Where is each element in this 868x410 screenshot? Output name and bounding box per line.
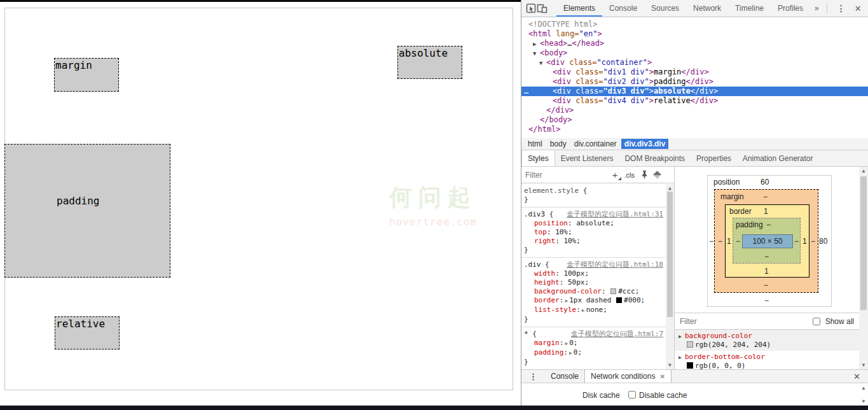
drawer-tab-network-conditions[interactable]: Network conditions✕ <box>584 370 672 383</box>
sidebar-tab-animation-generator[interactable]: Animation Generator <box>737 150 819 166</box>
metric-border-right[interactable]: 1 <box>803 237 807 246</box>
stylesheet-link[interactable]: 盒子模型的定位问题.html:7 <box>571 330 663 339</box>
disclosure-collapsed-icon[interactable]: ▶ <box>679 332 685 341</box>
tab-timeline[interactable]: Timeline <box>728 0 771 17</box>
element-state-icon[interactable] <box>653 171 661 179</box>
styles-filter-input[interactable] <box>525 171 612 180</box>
style-property[interactable]: border:▶1px dashed #000; <box>524 296 665 306</box>
metric-margin-top[interactable]: − <box>763 193 768 201</box>
stylesheet-link[interactable]: 盒子模型的定位问题.html:18 <box>567 260 663 269</box>
style-property[interactable]: right: 10%; <box>524 237 665 246</box>
pin-icon[interactable] <box>641 170 648 180</box>
box-model-content-box[interactable]: 100 × 50 <box>742 234 793 248</box>
style-property[interactable]: margin:▶0; <box>524 339 665 348</box>
style-property[interactable]: list-style:▶none; <box>524 306 665 315</box>
tab-profiles[interactable]: Profiles <box>771 0 810 17</box>
scroll-down-icon[interactable]: ▼ <box>859 361 868 369</box>
drawer-tab-console[interactable]: Console <box>545 370 584 383</box>
breadcrumb-item-html[interactable]: html <box>525 139 546 149</box>
styles-scrollbar[interactable]: ▲ ▼ <box>666 184 674 369</box>
show-all-checkbox[interactable] <box>810 318 823 325</box>
scroll-down-icon[interactable]: ▼ <box>666 361 674 369</box>
new-style-rule-icon[interactable]: + <box>612 171 618 179</box>
device-toolbar-icon[interactable] <box>537 1 548 15</box>
metric-padding-bottom[interactable]: − <box>764 253 769 261</box>
dom-tree-node[interactable]: …<div class="div3 div">absolute</div> <box>521 87 868 96</box>
expand-value-icon[interactable]: ▶ <box>581 308 586 313</box>
tab-network[interactable]: Network <box>686 0 728 17</box>
disclosure-collapsed-icon[interactable]: ▶ <box>679 353 685 362</box>
disclosure-expanded-icon[interactable]: ▼ <box>533 49 540 59</box>
scrollbar-thumb[interactable] <box>667 192 673 317</box>
scroll-up-icon[interactable]: ▲ <box>859 167 868 175</box>
sidebar-tab-properties[interactable]: Properties <box>691 150 737 166</box>
dom-tree-node[interactable]: <!DOCTYPE html> <box>521 20 868 29</box>
element-classes-icon[interactable]: .cls <box>624 171 635 179</box>
metric-margin-right[interactable]: − <box>811 237 815 246</box>
breadcrumb-item-div-container[interactable]: div.container <box>571 139 620 149</box>
expand-value-icon[interactable]: ▶ <box>563 341 569 346</box>
inspect-element-icon[interactable] <box>526 1 537 15</box>
disclosure-collapsed-icon[interactable]: ▶ <box>533 39 540 49</box>
tab-elements[interactable]: Elements <box>556 0 602 17</box>
stylesheet-link[interactable]: 盒子模型的定位问题.html:31 <box>567 210 663 219</box>
disable-cache-checkbox[interactable] <box>628 391 636 399</box>
expand-value-icon[interactable]: ▶ <box>563 298 569 304</box>
expand-value-icon[interactable]: ▶ <box>568 350 574 356</box>
dom-tree-node[interactable]: <div class="div2 div">padding</div> <box>521 77 868 87</box>
metric-padding-top[interactable]: − <box>766 221 771 229</box>
metric-position-right[interactable]: 80 <box>819 237 827 246</box>
scrollbar-thumb[interactable] <box>860 176 867 310</box>
more-panels-icon[interactable]: » <box>810 0 823 17</box>
metric-padding-left[interactable]: − <box>736 237 740 246</box>
metric-border-bottom[interactable]: 1 <box>764 267 769 276</box>
metric-position-bottom[interactable]: − <box>764 297 769 305</box>
dom-tree-node[interactable]: <div class="div1 div">margin</div> <box>521 67 868 77</box>
rule-selector[interactable]: element.style <box>524 187 579 195</box>
rule-selector[interactable]: .div3 <box>524 210 545 218</box>
devtools-menu-icon[interactable]: ⋮ <box>830 3 852 13</box>
metric-padding-right[interactable]: − <box>794 237 799 246</box>
style-property[interactable]: top: 10%; <box>524 228 665 237</box>
drawer-scrollbar[interactable]: ▲ ▼ <box>859 384 868 405</box>
sidebar-tab-event-listeners[interactable]: Event Listeners <box>555 150 619 166</box>
computed-property[interactable]: ▶border-bottom-colorrgb(0, 0, 0) <box>675 351 859 369</box>
style-property[interactable]: position: absolute; <box>524 219 665 228</box>
metric-border-left[interactable]: 1 <box>727 237 731 246</box>
drawer-menu-icon[interactable]: ⋮ <box>521 370 545 383</box>
color-swatch[interactable] <box>610 288 616 294</box>
sidebar-tab-styles[interactable]: Styles <box>521 150 555 166</box>
sidebar-scrollbar[interactable]: ▲ ▼ <box>859 167 868 369</box>
scroll-up-icon[interactable]: ▲ <box>859 384 868 392</box>
computed-filter-input[interactable] <box>680 317 810 326</box>
tab-sources[interactable]: Sources <box>644 0 686 17</box>
disclosure-expanded-icon[interactable]: ▼ <box>539 59 546 68</box>
style-property[interactable]: padding:▶0; <box>524 348 665 358</box>
close-tab-icon[interactable]: ✕ <box>659 373 665 380</box>
computed-property[interactable]: ▶background-colorrgb(204, 204, 204) <box>675 330 859 351</box>
style-property[interactable]: background-color: #ccc; <box>524 287 665 296</box>
dom-tree-node[interactable]: ▶<head>…</head> <box>521 39 868 48</box>
metric-position-top[interactable]: 60 <box>761 178 769 187</box>
style-property[interactable]: width: 100px; <box>524 269 665 278</box>
color-swatch[interactable] <box>616 297 622 303</box>
tab-console[interactable]: Console <box>602 0 644 17</box>
dom-tree-node[interactable]: </div> <box>521 106 868 115</box>
rule-selector[interactable]: * <box>524 330 528 338</box>
metric-position-left[interactable]: − <box>709 237 713 246</box>
dom-tree-node[interactable]: ▼<body> <box>521 48 868 58</box>
drawer-close-icon[interactable]: ✕ <box>846 370 868 383</box>
style-property[interactable]: height: 50px; <box>524 278 665 287</box>
sidebar-tab-dom-breakpoints[interactable]: DOM Breakpoints <box>619 150 691 166</box>
dom-tree-node[interactable]: </html> <box>521 125 868 134</box>
breadcrumb-item-div-div3-div[interactable]: div.div3.div <box>621 139 668 149</box>
dom-tree-node[interactable]: <html lang="en"> <box>521 29 868 39</box>
metric-margin-bottom[interactable]: − <box>764 281 768 290</box>
metric-margin-left[interactable]: − <box>718 237 722 246</box>
scroll-down-icon[interactable]: ▼ <box>859 397 868 405</box>
dom-tree-node[interactable]: ▼<div class="container"> <box>521 58 868 67</box>
dom-tree-node[interactable]: <div class="div4 div">relative</div> <box>521 96 868 106</box>
devtools-close-icon[interactable]: ✕ <box>852 4 868 13</box>
rule-selector[interactable]: .div <box>524 260 541 269</box>
breadcrumb-item-body[interactable]: body <box>547 139 570 149</box>
